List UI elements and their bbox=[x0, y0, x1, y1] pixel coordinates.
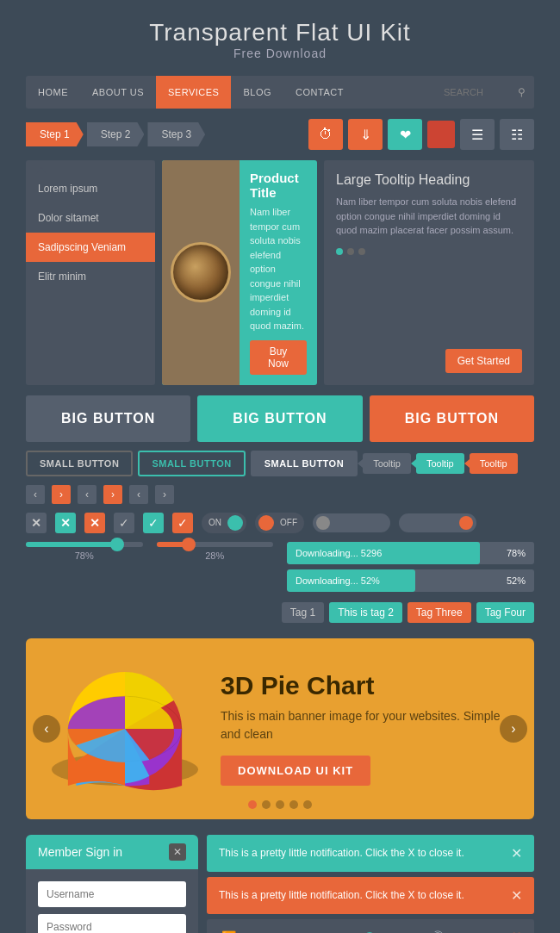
page-prev-2[interactable]: ‹ bbox=[78, 485, 96, 504]
banner-content: 3D Pie Chart This is main banner image f… bbox=[221, 671, 517, 786]
notification-text-1: This is a pretty little notification. Cl… bbox=[219, 847, 464, 859]
search-icon: ⚲ bbox=[518, 86, 526, 98]
search-input[interactable] bbox=[444, 87, 513, 97]
big-buttons-row: BIG BUTTON BIG BUTTON BIG BUTTON bbox=[26, 395, 534, 442]
banner-download-btn[interactable]: DOWNLOAD UI KIT bbox=[221, 756, 370, 786]
mp-rewind-btn[interactable]: ⏪ bbox=[219, 928, 238, 934]
tag-three[interactable]: Tag Three bbox=[408, 602, 471, 623]
big-button-gray[interactable]: BIG BUTTON bbox=[26, 395, 190, 442]
step-2[interactable]: Step 2 bbox=[87, 122, 145, 146]
slider-orange-track[interactable] bbox=[157, 542, 274, 547]
heart-icon-btn[interactable]: ❤ bbox=[388, 119, 422, 150]
toggle-on-label: ON bbox=[205, 518, 225, 527]
buy-now-button[interactable]: Buy Now bbox=[250, 340, 307, 375]
banner-dot-4[interactable] bbox=[289, 800, 298, 809]
clock-icon-btn[interactable]: ⏱ bbox=[308, 119, 343, 150]
banner-dot-1[interactable] bbox=[248, 800, 257, 809]
download-icon-btn[interactable]: ⇓ bbox=[348, 119, 383, 150]
pagination-row: ‹ › ‹ › ‹ › bbox=[26, 485, 534, 504]
nav-item-services[interactable]: SERVICES bbox=[156, 76, 231, 109]
mp-heart-icon[interactable]: ❤ bbox=[511, 929, 522, 933]
x-icon-orange[interactable]: ✕ bbox=[84, 513, 105, 533]
sidebar-item-1[interactable]: Lorem ipsum bbox=[26, 174, 155, 203]
signin-close-btn[interactable]: ✕ bbox=[169, 843, 186, 861]
x-icon-teal[interactable]: ✕ bbox=[55, 513, 76, 533]
small-button-3[interactable]: SMALL BUTTON bbox=[251, 451, 358, 476]
nav-bar: HOME ABOUT US SERVICES BLOG CONTACT ⚲ bbox=[26, 76, 534, 109]
page-next-1[interactable]: › bbox=[52, 485, 71, 504]
banner-next-btn[interactable]: › bbox=[500, 715, 527, 743]
get-started-button[interactable]: Get Started bbox=[445, 349, 522, 373]
tooltip-tag-2[interactable]: Tooltip bbox=[416, 453, 464, 474]
progress-text-2: Downloading... 52% bbox=[296, 575, 380, 586]
slider-teal-fill bbox=[26, 542, 117, 547]
toggle-slider-orange[interactable] bbox=[399, 513, 476, 532]
banner-slider: ‹ 3D Pie Chart This is main banner image… bbox=[26, 638, 534, 819]
banner-dot-3[interactable] bbox=[276, 800, 284, 809]
tooltip-tag-3[interactable]: Tooltip bbox=[470, 453, 518, 474]
mp-play-btn[interactable]: ▶ bbox=[271, 928, 289, 934]
page-prev-1[interactable]: ‹ bbox=[26, 485, 45, 504]
tooltip-card: Large Tooltip Heading Nam liber tempor c… bbox=[324, 160, 534, 385]
tag-1[interactable]: Tag 1 bbox=[282, 602, 324, 623]
toggle-on-knob bbox=[227, 515, 243, 531]
slider-teal-track[interactable] bbox=[26, 542, 143, 547]
nav-item-home[interactable]: HOME bbox=[26, 76, 80, 109]
sidebar-item-3[interactable]: Sadipscing Veniam bbox=[26, 233, 155, 262]
pie-chart bbox=[43, 656, 207, 802]
notification-close-2[interactable]: ✕ bbox=[511, 887, 522, 904]
step-1[interactable]: Step 1 bbox=[26, 122, 84, 146]
tooltip-tag-1[interactable]: Tooltip bbox=[363, 453, 411, 474]
page-next-3[interactable]: › bbox=[155, 485, 174, 504]
nav-item-contact[interactable]: CONTACT bbox=[283, 76, 356, 109]
sidebar-item-4[interactable]: Elitr minim bbox=[26, 262, 155, 291]
progress-bar-2: Downloading... 52% 52% bbox=[287, 569, 534, 592]
small-button-2[interactable]: SMALL BUTTON bbox=[138, 451, 245, 476]
tag-2[interactable]: This is tag 2 bbox=[329, 602, 402, 623]
sidebar-arrow bbox=[36, 167, 47, 174]
kit-container: HOME ABOUT US SERVICES BLOG CONTACT ⚲ St… bbox=[26, 76, 534, 933]
small-button-1[interactable]: SMALL BUTTON bbox=[26, 451, 133, 476]
big-button-teal[interactable]: BIG BUTTON bbox=[197, 395, 362, 442]
slider-orange-pct: 28% bbox=[205, 550, 224, 561]
color-swatch-btn[interactable] bbox=[427, 121, 455, 148]
x-icon-gray[interactable]: ✕ bbox=[26, 513, 47, 533]
progress-bar-1: Downloading... 5296 78% bbox=[287, 542, 534, 564]
page-prev-3[interactable]: ‹ bbox=[129, 485, 148, 504]
dot-2 bbox=[347, 248, 354, 255]
password-input[interactable] bbox=[38, 914, 186, 934]
username-input[interactable] bbox=[38, 881, 186, 907]
steps-row: Step 1 Step 2 Step 3 ⏱ ⇓ ❤ ☰ ☷ bbox=[26, 119, 534, 150]
tag-four[interactable]: Tag Four bbox=[476, 602, 534, 623]
mp-volume-icon[interactable]: 🔊 bbox=[426, 928, 445, 934]
slider-orange-knob[interactable] bbox=[182, 538, 196, 551]
check-icon-orange[interactable]: ✓ bbox=[172, 513, 193, 533]
nav-item-blog[interactable]: BLOG bbox=[231, 76, 283, 109]
toggle-off[interactable]: OFF bbox=[255, 513, 304, 533]
slider-teal-knob[interactable] bbox=[110, 538, 124, 551]
page-next-2[interactable]: › bbox=[103, 485, 122, 504]
banner-text: This is main banner image for your websi… bbox=[221, 707, 517, 743]
step-3[interactable]: Step 3 bbox=[147, 122, 205, 146]
notification-close-1[interactable]: ✕ bbox=[511, 845, 522, 861]
media-player: ⏪ ▮ ▶ 🔊 ❤ bbox=[207, 919, 534, 934]
nav-item-about[interactable]: ABOUT US bbox=[80, 76, 156, 109]
mp-stop-btn[interactable]: ▮ bbox=[245, 928, 264, 934]
banner-prev-btn[interactable]: ‹ bbox=[33, 715, 60, 743]
check-icon-gray[interactable]: ✓ bbox=[114, 513, 134, 533]
big-button-orange[interactable]: BIG BUTTON bbox=[370, 395, 534, 442]
banner-dot-2[interactable] bbox=[262, 800, 271, 809]
list-icon-btn[interactable]: ☰ bbox=[460, 119, 495, 150]
slider-teal: 78% bbox=[26, 542, 143, 561]
toggle-slider-gray-knob bbox=[316, 516, 330, 530]
menu-icon-btn[interactable]: ☷ bbox=[500, 119, 534, 150]
page-header: Transparent Flat UI Kit Free Download bbox=[0, 0, 560, 76]
toggle-on[interactable]: ON bbox=[202, 513, 246, 533]
tooltip-heading: Large Tooltip Heading bbox=[336, 172, 522, 188]
toggle-slider-orange-knob bbox=[459, 516, 473, 530]
card-area: Lorem ipsum Dolor sitamet Sadipscing Ven… bbox=[26, 160, 534, 385]
sidebar-item-2[interactable]: Dolor sitamet bbox=[26, 203, 155, 233]
toggle-slider-gray[interactable] bbox=[313, 513, 390, 532]
check-icon-teal[interactable]: ✓ bbox=[143, 513, 164, 533]
banner-dot-5[interactable] bbox=[303, 800, 312, 809]
